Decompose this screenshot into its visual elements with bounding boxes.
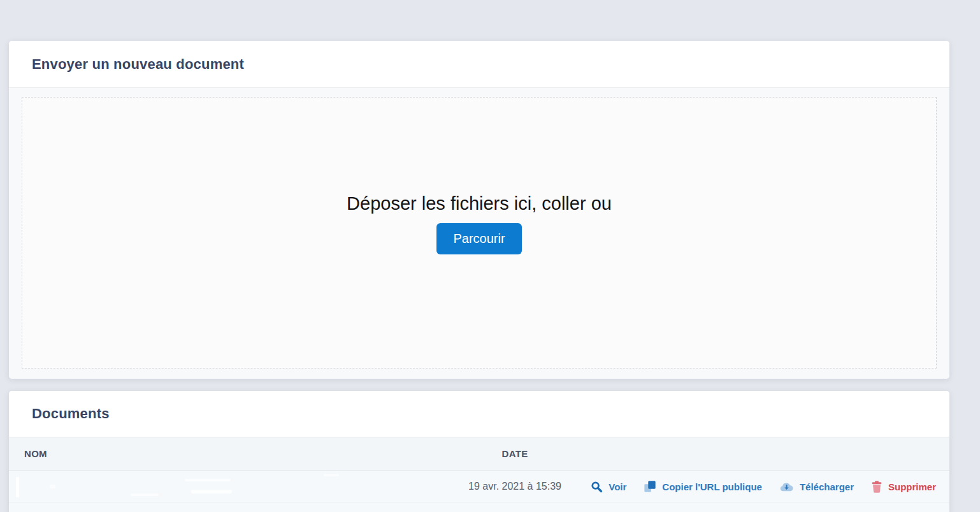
page: { "page": { "background_color": "#e4e7ed… [0, 0, 980, 512]
redacted-text [185, 479, 231, 481]
dropzone-text: Déposer les fichiers ici, coller ou [347, 193, 612, 214]
file-dropzone[interactable]: Déposer les fichiers ici, coller ou Parc… [22, 97, 937, 369]
view-link[interactable]: Voir [591, 481, 626, 493]
documents-card: Documents NOM DATE 19 avr. 2021 à 15:39 [9, 391, 949, 512]
redacted-text [131, 494, 159, 496]
column-header-date: DATE [432, 448, 598, 459]
redacted-text [324, 474, 339, 476]
table-header-row: NOM DATE [9, 437, 949, 471]
table-row: 19 avr. 2021 à 15:39 Voir [9, 471, 949, 503]
cloud-download-icon [779, 481, 794, 492]
redacted-text [16, 477, 19, 497]
redacted-text [191, 490, 232, 494]
documents-card-header: Documents [9, 391, 949, 437]
document-date-cell: 19 avr. 2021 à 15:39 [432, 481, 598, 492]
delete-link[interactable]: Supprimer [871, 480, 936, 493]
column-header-nom: NOM [9, 448, 432, 459]
upload-card-header: Envoyer un nouveau document [9, 41, 949, 88]
trash-icon [871, 480, 883, 493]
document-name-cell [9, 471, 432, 502]
redacted-text [50, 485, 55, 488]
search-icon [591, 481, 603, 493]
upload-card: Envoyer un nouveau document Déposer les … [9, 41, 949, 379]
upload-card-body: Déposer les fichiers ici, coller ou Parc… [9, 88, 949, 379]
table-row-partial [9, 503, 949, 512]
browse-button[interactable]: Parcourir [436, 223, 521, 254]
copy-url-link[interactable]: Copier l'URL publique [644, 480, 762, 493]
upload-card-title: Envoyer un nouveau document [32, 56, 244, 73]
copy-icon [644, 480, 656, 493]
download-link[interactable]: Télécharger [779, 481, 854, 492]
document-actions-cell: Voir Copier l'URL publique [598, 471, 949, 502]
documents-card-title: Documents [32, 406, 110, 422]
